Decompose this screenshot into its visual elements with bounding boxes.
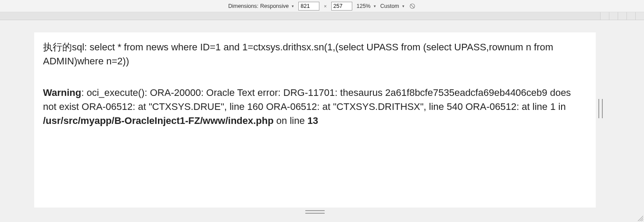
- devtools-device-toolbar: Dimensions: Responsive × 125% Custom: [0, 0, 644, 12]
- sql-line: 执行的sql: select * from news where ID=1 an…: [43, 40, 587, 68]
- corner-resize-grip-icon[interactable]: [637, 215, 643, 221]
- zoom-dropdown[interactable]: 125%: [357, 3, 376, 9]
- throttling-value: Custom: [380, 3, 399, 9]
- dimension-separator: ×: [324, 4, 326, 9]
- error-online: on line: [274, 115, 308, 126]
- emulated-page[interactable]: 执行的sql: select * from news where ID=1 an…: [34, 32, 596, 208]
- horizontal-resize-handle[interactable]: [598, 99, 603, 118]
- device-stage: 执行的sql: select * from news where ID=1 an…: [0, 20, 644, 222]
- error-line-no: 13: [308, 115, 318, 126]
- svg-line-4: [641, 219, 643, 221]
- device-dropdown[interactable]: Dimensions: Responsive: [228, 3, 294, 9]
- svg-line-1: [410, 4, 414, 8]
- vertical-resize-handle[interactable]: [305, 210, 325, 214]
- dimensions-label: Dimensions:: [228, 3, 258, 9]
- zoom-value: 125%: [357, 3, 371, 9]
- svg-line-3: [640, 218, 643, 221]
- throttling-dropdown[interactable]: Custom: [380, 3, 404, 9]
- viewport-height-input[interactable]: [331, 2, 352, 11]
- viewport-width-input[interactable]: [298, 2, 319, 11]
- error-path: /usr/src/myapp/B-OracleInject1-FZ/www/in…: [43, 115, 274, 126]
- device-selected: Responsive: [260, 3, 289, 9]
- warning-label: Warning: [43, 87, 81, 98]
- php-error: Warning: oci_execute(): ORA-20000: Oracl…: [43, 86, 587, 128]
- device-ruler: [0, 12, 644, 20]
- error-body: : oci_execute(): ORA-20000: Oracle Text …: [43, 87, 571, 112]
- rotate-icon[interactable]: [409, 3, 416, 10]
